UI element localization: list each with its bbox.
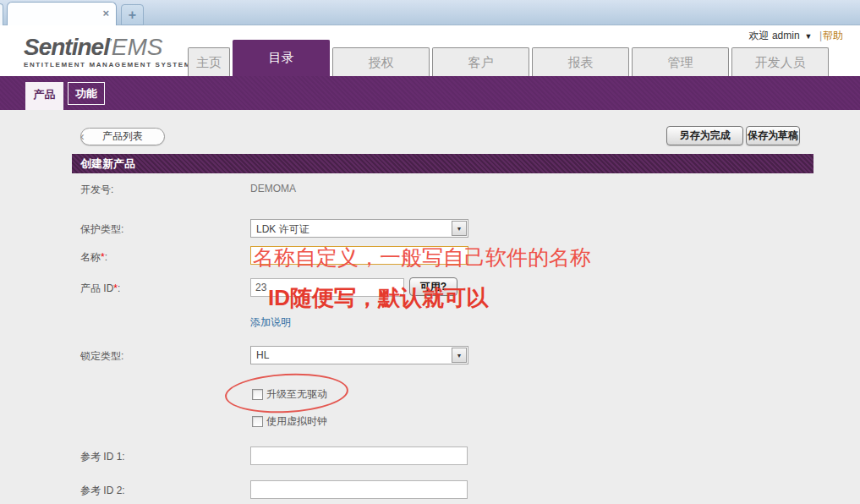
name-annotation: 名称自定义，一般写自己软件的名称 xyxy=(253,244,591,271)
subtab-features[interactable]: 功能 xyxy=(68,82,105,105)
ref-id1-label: 参考 ID 1: xyxy=(80,450,125,464)
protection-type-value: LDK 许可证 xyxy=(256,222,309,237)
lock-type-select[interactable]: HL ▼ xyxy=(250,346,468,364)
tab-administration[interactable]: 管理 xyxy=(632,47,729,76)
product-id-label: 产品 ID*: xyxy=(80,282,120,296)
subnav-bar: 产品 功能 xyxy=(0,76,860,110)
new-tab-button[interactable]: + xyxy=(121,4,144,25)
lock-type-label: 锁定类型: xyxy=(80,349,123,364)
header: Sentinel’EMS ENTITLEMENT MANAGEMENT SYST… xyxy=(0,25,860,76)
logo-suffix: EMS xyxy=(112,34,163,60)
developer-id-value: DEMOMA xyxy=(250,183,296,194)
dropdown-arrow-icon[interactable]: ▼ xyxy=(452,348,467,363)
logo-title: Sentinel’EMS xyxy=(24,30,191,60)
main-nav: 主页 目录 授权 客户 报表 管理 开发人员 xyxy=(188,40,831,76)
save-as-draft-button[interactable]: 保存为草稿 xyxy=(746,126,800,145)
ref-id1-input[interactable] xyxy=(250,446,468,465)
virtual-clock-checkbox[interactable] xyxy=(252,416,263,427)
save-as-complete-button[interactable]: 另存为完成 xyxy=(666,126,743,145)
active-browser-tab[interactable]: × xyxy=(7,2,117,25)
protection-type-label: 保护类型: xyxy=(80,222,123,237)
protection-type-select[interactable]: LDK 许可证 ▼ xyxy=(250,219,468,238)
browser-tab-bar: × + xyxy=(0,0,860,25)
logo-subtitle: ENTITLEMENT MANAGEMENT SYSTEM xyxy=(24,61,191,68)
developer-id-label: 开发号: xyxy=(80,183,113,197)
lock-type-value: HL xyxy=(256,349,269,361)
close-tab-icon[interactable]: × xyxy=(102,8,109,19)
screen: × + Sentinel’EMS ENTITLEMENT MANAGEMENT … xyxy=(0,0,860,504)
virtual-clock-row: 使用虚拟时钟 xyxy=(252,414,327,429)
content-area: ‹ 产品列表 另存为完成 保存为草稿 创建新产品 开发号: DEMOMA 保护类… xyxy=(0,110,860,504)
ref-id2-input[interactable] xyxy=(250,480,468,499)
virtual-clock-label: 使用虚拟时钟 xyxy=(266,414,327,429)
tab-home[interactable]: 主页 xyxy=(188,47,230,76)
back-button-label: 产品列表 xyxy=(102,130,143,142)
tab-developers[interactable]: 开发人员 xyxy=(731,47,829,76)
red-circle-annotation xyxy=(224,370,349,416)
partial-tab[interactable] xyxy=(0,3,3,25)
ref-id2-label: 参考 ID 2: xyxy=(80,484,125,498)
tab-reports[interactable]: 报表 xyxy=(532,47,629,76)
product-list-back-button[interactable]: ‹ 产品列表 xyxy=(80,128,165,145)
tab-entitlements[interactable]: 授权 xyxy=(332,47,430,76)
tab-catalog[interactable]: 目录 xyxy=(233,40,330,76)
chevron-left-icon: ‹ xyxy=(80,132,85,141)
sentinel-ems-logo: Sentinel’EMS ENTITLEMENT MANAGEMENT SYST… xyxy=(24,30,191,68)
add-description-link[interactable]: 添加说明 xyxy=(250,315,291,330)
logo-text: Sentinel xyxy=(24,34,109,60)
tab-customers[interactable]: 客户 xyxy=(432,47,529,76)
name-label: 名称*: xyxy=(80,250,107,265)
page-title: 创建新产品 xyxy=(72,154,813,173)
subtab-products[interactable]: 产品 xyxy=(25,82,63,110)
product-id-annotation: ID随便写，默认就可以 xyxy=(268,283,488,313)
dropdown-arrow-icon[interactable]: ▼ xyxy=(452,221,467,236)
